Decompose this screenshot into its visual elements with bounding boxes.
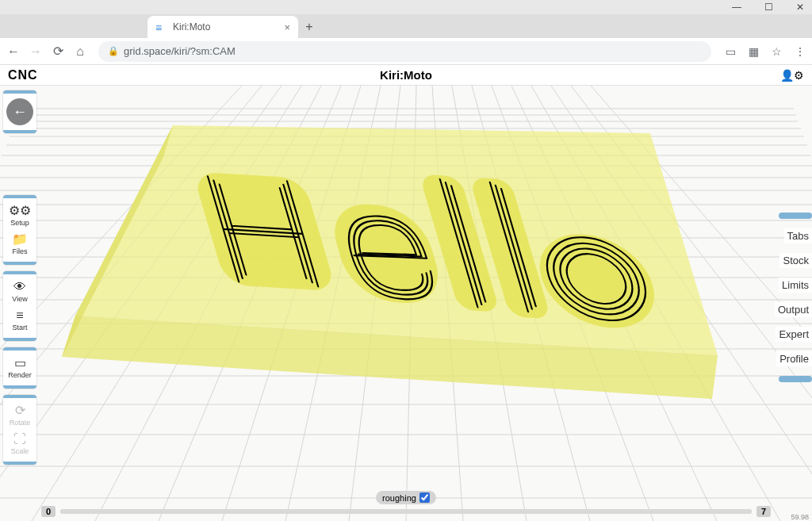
- slider-fill: [60, 509, 752, 514]
- tool-scale[interactable]: ⛶ Scale: [3, 430, 36, 458]
- panel-item-profile[interactable]: Profile: [776, 351, 812, 366]
- menu-icon[interactable]: ⋮: [795, 45, 806, 58]
- bottom-bar: roughing 0 7: [0, 491, 812, 521]
- tool-group-view-start: 👁 View ≡ Start: [3, 271, 36, 341]
- panel-item-limits[interactable]: Limits: [779, 278, 812, 293]
- roughing-checkbox[interactable]: [419, 492, 430, 503]
- mode-label[interactable]: CNC: [8, 68, 38, 82]
- tool-label: Scale: [11, 447, 29, 455]
- browser-tab-active[interactable]: Kiri:Moto ×: [147, 16, 298, 38]
- panel-cap-top: [779, 213, 812, 219]
- left-toolbar: ← ⚙⚙ Setup 📁 Files 👁 View ≡ Start: [3, 90, 36, 465]
- lock-icon: 🔒: [108, 46, 119, 56]
- window-titlebar: — ☐ ✕: [0, 0, 812, 14]
- browser-tab-strip: Kiri:Moto × +: [0, 14, 812, 38]
- tool-label: Files: [12, 247, 27, 255]
- right-panel: Tabs Stock Limits Output Expert Profile: [769, 213, 812, 382]
- nav-back-icon[interactable]: ←: [6, 44, 21, 59]
- rotate-icon: ⟳: [15, 404, 25, 417]
- window-minimize-icon[interactable]: —: [731, 2, 742, 13]
- slider-track[interactable]: [60, 509, 752, 514]
- tool-label: Start: [12, 324, 27, 331]
- tab-close-icon[interactable]: ×: [284, 21, 290, 33]
- tool-group-rotate-scale: ⟳ Rotate ⛶ Scale: [3, 395, 36, 465]
- tool-render[interactable]: ▭ Render: [3, 354, 36, 382]
- panel-item-expert[interactable]: Expert: [776, 327, 812, 342]
- user-settings-icon[interactable]: 👤⚙: [780, 69, 804, 82]
- slider-end-label: 7: [756, 506, 771, 517]
- list-icon: ≡: [16, 309, 23, 322]
- panel-cap-bottom: [779, 376, 812, 382]
- tool-label: Setup: [10, 219, 29, 227]
- tool-label: Render: [8, 371, 32, 379]
- tool-label: Rotate: [10, 419, 31, 427]
- layer-slider[interactable]: 0 7: [41, 506, 771, 517]
- tool-group-nav: ←: [3, 90, 36, 133]
- cast-icon[interactable]: ▭: [726, 45, 736, 58]
- tool-label: View: [12, 295, 27, 303]
- tool-rotate[interactable]: ⟳ Rotate: [3, 401, 36, 430]
- folder-icon: 📁: [12, 233, 28, 246]
- rectangle-dashed-icon: ▭: [14, 357, 26, 370]
- url-input[interactable]: 🔒 grid.space/kiri/?sm:CAM: [98, 41, 711, 62]
- app-header: CNC Kiri:Moto 👤⚙: [0, 65, 812, 86]
- viewport-3d[interactable]: ← ⚙⚙ Setup 📁 Files 👁 View ≡ Start: [0, 86, 812, 521]
- scale-icon: ⛶: [13, 433, 26, 446]
- panel-item-stock[interactable]: Stock: [779, 253, 812, 268]
- app-title: Kiri:Moto: [380, 68, 432, 82]
- back-button[interactable]: ←: [6, 98, 33, 125]
- tool-group-setup-files: ⚙⚙ Setup 📁 Files: [3, 195, 36, 265]
- nav-reload-icon[interactable]: ⟳: [51, 44, 65, 59]
- new-tab-button[interactable]: +: [298, 16, 320, 38]
- tool-group-render: ▭ Render: [3, 347, 36, 389]
- qr-icon[interactable]: ▦: [749, 45, 759, 58]
- browser-right-icons: ▭ ▦ ☆ ⋮: [726, 45, 806, 58]
- scene-svg: [0, 86, 812, 521]
- roughing-toggle[interactable]: roughing: [376, 491, 436, 504]
- nav-forward-icon[interactable]: →: [29, 44, 43, 59]
- tab-favicon-icon: [155, 21, 167, 33]
- eye-icon: 👁: [13, 281, 26, 293]
- slider-start-label: 0: [41, 506, 56, 517]
- window-close-icon[interactable]: ✕: [795, 2, 806, 13]
- gear-icon: ⚙⚙: [9, 205, 31, 217]
- panel-item-output[interactable]: Output: [775, 302, 812, 317]
- panel-item-tabs[interactable]: Tabs: [784, 228, 812, 243]
- bookmark-icon[interactable]: ☆: [772, 45, 782, 58]
- browser-address-bar: ← → ⟳ ⌂ 🔒 grid.space/kiri/?sm:CAM ▭ ▦ ☆ …: [0, 38, 812, 65]
- tool-files[interactable]: 📁 Files: [3, 230, 36, 259]
- nav-home-icon[interactable]: ⌂: [73, 44, 87, 59]
- tool-view[interactable]: 👁 View: [3, 278, 36, 306]
- tool-start[interactable]: ≡ Start: [3, 306, 36, 335]
- window-maximize-icon[interactable]: ☐: [763, 2, 774, 13]
- roughing-label: roughing: [382, 493, 416, 503]
- tab-title: Kiri:Moto: [173, 21, 210, 33]
- tool-setup[interactable]: ⚙⚙ Setup: [3, 201, 36, 230]
- url-text: grid.space/kiri/?sm:CAM: [124, 45, 236, 57]
